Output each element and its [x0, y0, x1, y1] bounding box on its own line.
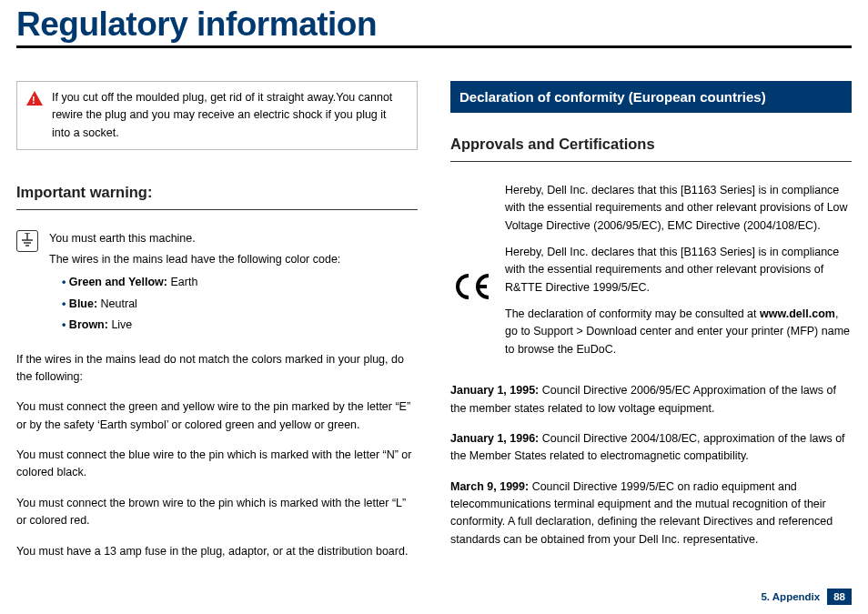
directive-1996: January 1, 1996: Council Directive 2004/… [450, 430, 852, 466]
right-column: Declaration of conformity (European coun… [450, 81, 852, 573]
page-title: Regulatory information [16, 0, 852, 48]
earth-line1: You must earth this machine. [49, 230, 340, 247]
approvals-heading: Approvals and Certifications [450, 133, 852, 162]
earth-symbol-icon [16, 230, 38, 252]
ce-block: Hereby, Dell Inc. declares that this [B1… [450, 182, 852, 367]
ce-statement-3: The declaration of conformity may be con… [505, 306, 852, 358]
directive-1999: March 9, 1999: Council Directive 1999/5/… [450, 478, 852, 549]
wire-green-yellow: Green and Yellow: Earth [62, 274, 340, 291]
declaration-section-bar: Declaration of conformity (European coun… [450, 81, 852, 113]
earth-text: You must earth this machine. The wires i… [49, 230, 340, 338]
wire-color-list: Green and Yellow: Earth Blue: Neutral Br… [49, 274, 340, 334]
left-column: If you cut off the moulded plug, get rid… [16, 81, 418, 573]
para-n-wire: You must connect the blue wire to the pi… [16, 447, 418, 482]
earth-block: You must earth this machine. The wires i… [16, 230, 418, 338]
para-e-wire: You must connect the green and yellow wi… [16, 398, 418, 434]
ce-mark-icon [450, 206, 492, 367]
footer-page-number: 88 [827, 589, 852, 605]
directive-1995: January 1, 1995: Council Directive 2006/… [450, 382, 852, 418]
important-warning-heading: Important warning: [16, 181, 418, 210]
ce-text: Hereby, Dell Inc. declares that this [B1… [505, 182, 852, 367]
earth-line2: The wires in the mains lead have the fol… [49, 251, 340, 268]
page-footer: 5. Appendix 88 [761, 589, 852, 605]
ce-statement-2: Hereby, Dell Inc. declares that this [B1… [505, 244, 852, 297]
wire-brown: Brown: Live [62, 317, 340, 334]
footer-section: 5. Appendix [761, 591, 820, 602]
warning-box: If you cut off the moulded plug, get rid… [16, 81, 418, 150]
para-fuse: You must have a 13 amp fuse in the plug,… [16, 543, 418, 560]
para-intro: If the wires in the mains lead do not ma… [16, 351, 418, 387]
para-l-wire: You must connect the brown wire to the p… [16, 495, 418, 530]
ce-statement-1: Hereby, Dell Inc. declares that this [B1… [505, 182, 852, 235]
content-columns: If you cut off the moulded plug, get rid… [16, 81, 852, 573]
wire-blue: Blue: Neutral [62, 296, 340, 313]
warning-triangle-icon [26, 91, 43, 106]
warning-text: If you cut off the moulded plug, get rid… [52, 89, 408, 142]
